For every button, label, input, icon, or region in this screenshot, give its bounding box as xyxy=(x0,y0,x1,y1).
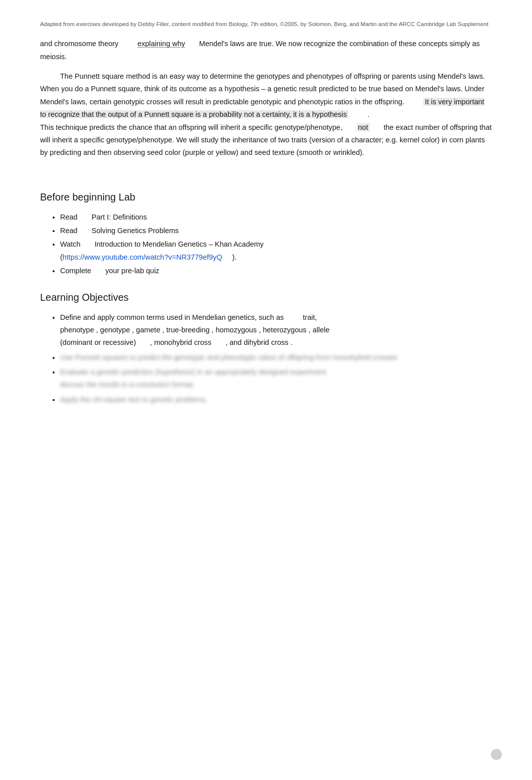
term-allele: allele xyxy=(313,326,330,334)
comma-6: , xyxy=(309,326,313,334)
list-item-read-genetics: Read Solving Genetics Problems xyxy=(60,225,492,237)
term-dihybrid: dihybrid cross xyxy=(243,338,288,346)
term-trait: trait, xyxy=(303,313,317,321)
read-text-1: Part I: Definitions xyxy=(92,213,147,221)
explaining-why-highlight: explaining why xyxy=(137,40,185,48)
page-container: Adapted from exercises developed by Debb… xyxy=(0,0,532,780)
read-label-2: Read xyxy=(60,227,78,235)
term-dominant-recessive: (dominant or recessive) xyxy=(60,338,136,346)
blurred-item-2b: discuss the results in a conclusion form… xyxy=(60,380,194,388)
list-item-complete: Complete your pre-lab quiz xyxy=(60,265,492,277)
term-gamete: gamete xyxy=(136,326,160,334)
complete-label: Complete xyxy=(60,267,91,275)
comma-2: , xyxy=(132,326,136,334)
list-item-watch: Watch Introduction to Mendelian Genetics… xyxy=(60,238,492,264)
read-label-1: Read xyxy=(60,213,78,221)
punnett-text-1: The Punnett square method is an easy way… xyxy=(40,72,485,106)
punnett-text-period: . xyxy=(367,110,369,118)
comma-5: , xyxy=(259,326,263,334)
blurred-item-2: Evaluate a genetic prediction (hypothesi… xyxy=(60,368,326,376)
header-note: Adapted from exercises developed by Debb… xyxy=(40,20,492,29)
learning-text-before: Define and apply common terms used in Me… xyxy=(60,313,284,321)
term-monohybrid: monohybrid cross xyxy=(154,338,211,346)
comma-7: , xyxy=(150,338,154,346)
watch-label: Watch xyxy=(60,240,81,248)
period-1: . xyxy=(291,338,293,346)
intro-paragraph-2: The Punnett square method is an easy way… xyxy=(40,70,492,159)
blurred-item-1: Use Punnett squares to predict the genot… xyxy=(60,353,398,361)
learning-item-4: Apply the chi-square test to genetic pro… xyxy=(60,394,492,406)
complete-text: your pre-lab quiz xyxy=(105,267,159,275)
learning-objectives-list: Define and apply common terms used in Me… xyxy=(60,311,492,407)
learning-objectives-heading: Learning Objectives xyxy=(40,292,492,303)
learning-item-1: Define and apply common terms used in Me… xyxy=(60,311,492,349)
blurred-item-3: Apply the chi-square test to genetic pro… xyxy=(60,396,207,404)
learning-item-3: Evaluate a genetic prediction (hypothesi… xyxy=(60,366,492,392)
punnett-text-2: This technique predicts the chance that … xyxy=(40,123,342,131)
before-lab-heading: Before beginning Lab xyxy=(40,191,492,203)
term-heterozygous: heterozygous xyxy=(263,326,307,334)
term-true-breeding: true-breeding xyxy=(166,326,209,334)
before-lab-list: Read Part I: Definitions Read Solving Ge… xyxy=(60,211,492,278)
learning-item-2: Use Punnett squares to predict the genot… xyxy=(60,351,492,364)
not-highlight: not xyxy=(357,123,370,131)
term-genotype: genotype xyxy=(100,326,130,334)
term-phenotype: phenotype xyxy=(60,326,94,334)
list-item-read-definitions: Read Part I: Definitions xyxy=(60,211,492,224)
text-before-highlight: and chromosome theory xyxy=(40,40,118,48)
page-dot xyxy=(491,749,502,760)
comma-8: , and xyxy=(225,338,243,346)
comma-3: , xyxy=(162,326,166,334)
term-homozygous: homozygous xyxy=(215,326,256,334)
watch-link-paren-close: ). xyxy=(222,253,237,261)
read-text-2: Solving Genetics Problems xyxy=(92,227,179,235)
comma-1: , xyxy=(96,326,100,334)
watch-text: Introduction to Mendelian Genetics – Kha… xyxy=(95,240,264,248)
youtube-link[interactable]: https://www.youtube.com/watch?v=NR3779ef… xyxy=(63,253,222,261)
intro-paragraph-1: and chromosome theory explaining why Men… xyxy=(40,38,492,63)
